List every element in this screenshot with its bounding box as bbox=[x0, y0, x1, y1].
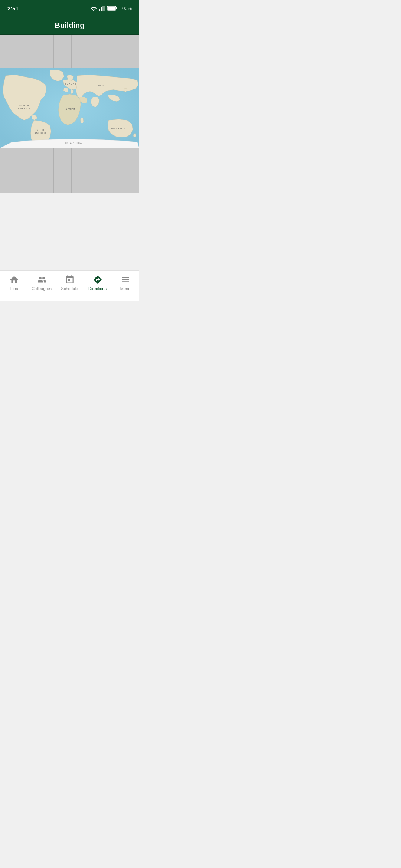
status-bar: 2:51 100% bbox=[0, 0, 139, 16]
home-nav-icon bbox=[9, 274, 19, 285]
svg-rect-1 bbox=[99, 9, 100, 11]
app-header: Building bbox=[0, 16, 139, 35]
nav-item-home[interactable]: Home bbox=[0, 274, 28, 291]
svg-rect-3 bbox=[102, 6, 104, 11]
page-title: Building bbox=[55, 21, 85, 30]
grid-top bbox=[0, 35, 139, 68]
svg-point-0 bbox=[93, 10, 94, 11]
home-nav-label: Home bbox=[9, 286, 19, 291]
battery-icon bbox=[107, 6, 117, 11]
colleagues-nav-icon bbox=[37, 274, 47, 285]
svg-text:AMERICA: AMERICA bbox=[18, 107, 30, 110]
svg-text:AUSTRALIA: AUSTRALIA bbox=[110, 127, 125, 130]
svg-rect-7 bbox=[108, 7, 115, 10]
wifi-icon bbox=[91, 6, 97, 11]
schedule-nav-icon bbox=[65, 274, 75, 285]
battery-percentage: 100% bbox=[120, 6, 132, 11]
map-container[interactable]: NORTH AMERICA SOUTH AMERICA EUROPE AFRIC… bbox=[0, 35, 139, 270]
svg-text:NORTH: NORTH bbox=[19, 104, 29, 107]
colleagues-nav-label: Colleagues bbox=[32, 286, 52, 291]
status-icons: 100% bbox=[91, 6, 132, 11]
svg-text:AFRICA: AFRICA bbox=[66, 108, 76, 111]
svg-rect-4 bbox=[104, 6, 105, 11]
nav-item-directions[interactable]: Directions bbox=[84, 274, 111, 291]
directions-nav-icon bbox=[92, 274, 103, 285]
svg-text:AMERICA: AMERICA bbox=[34, 132, 46, 134]
status-time: 2:51 bbox=[7, 5, 19, 11]
world-map[interactable]: NORTH AMERICA SOUTH AMERICA EUROPE AFRIC… bbox=[0, 68, 139, 148]
bottom-nav: Home Colleagues Schedule Directions bbox=[0, 270, 139, 301]
svg-text:EUROPE: EUROPE bbox=[65, 82, 76, 85]
nav-item-colleagues[interactable]: Colleagues bbox=[28, 274, 56, 291]
grid-bottom bbox=[0, 148, 139, 193]
svg-text:ASIA: ASIA bbox=[98, 84, 104, 87]
svg-rect-6 bbox=[116, 7, 117, 9]
svg-text:SOUTH: SOUTH bbox=[36, 129, 45, 131]
schedule-nav-label: Schedule bbox=[61, 286, 78, 291]
menu-nav-icon bbox=[120, 274, 131, 285]
svg-rect-2 bbox=[101, 7, 102, 11]
signal-icon bbox=[99, 6, 105, 11]
nav-item-schedule[interactable]: Schedule bbox=[56, 274, 84, 291]
svg-text:ANTARCTICA: ANTARCTICA bbox=[65, 142, 82, 144]
directions-nav-label: Directions bbox=[88, 286, 107, 291]
nav-item-menu[interactable]: Menu bbox=[111, 274, 139, 291]
menu-nav-label: Menu bbox=[120, 286, 131, 291]
